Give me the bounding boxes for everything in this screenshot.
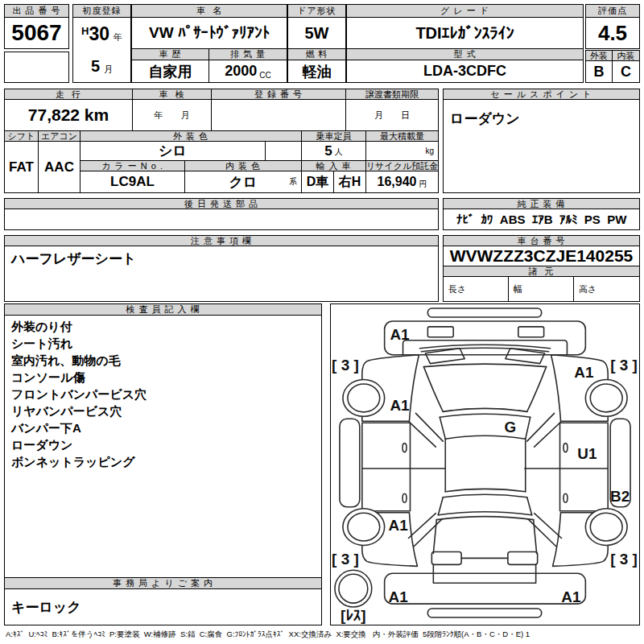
inspector-note-item: ボンネットラッピング [11,453,135,470]
auction-sheet: 出 品 番 号 5067 初度登録 H 30 年 5 月 車 名 VW ﾊﾟｻｰ… [0,0,644,644]
door-shape-value: 5W [287,17,346,49]
auction-number-value: 5067 [4,17,69,49]
damage-mark: B2 [610,488,630,505]
damage-mark: A1 [561,588,580,605]
office-notice-header: 事 務 局 よ り ご 案 内 [4,577,322,589]
month-unit: 月 [104,64,113,76]
auction-number-header: 出 品 番 号 [4,4,69,18]
exterior-grade-value: B [585,60,613,83]
rear-bumper-strip [427,609,541,617]
inspector-note-item: コンソール傷 [11,369,85,386]
first-registration-value: H 30 年 5 月 [72,17,131,83]
aircon-header: エアコン [38,130,80,142]
damage-mark: A1 [574,364,593,381]
displacement-value: 2000 CC [208,60,287,83]
right-front-door-handle [564,444,568,452]
car-name-header: 車 名 [131,4,287,18]
damage-mark: A1 [390,326,409,343]
inspector-note-item: シート汚れ [11,335,72,352]
fold-rear-left-2 [408,514,436,539]
capacity-number: 5 [324,143,332,159]
car-name-value: VW ﾊﾟｻｰﾄｳﾞｧﾘｱﾝﾄ [131,17,287,49]
caution-notes-value: ハーフレザーシート [4,246,439,302]
inspector-note-item: バンパー下A [11,419,81,436]
color-number-header: カ ラ ー N o . [80,160,185,171]
genuine-equipment-value: ﾅﾋﾞ ｶﾜ ABS ｴｱB ｱﾙﾐ PS PW [443,208,640,230]
genuine-equipment-header: 純 正 装 備 [443,198,640,209]
vehicle-diagram-svg: A1[ 3 ][ 3 ]A1A1GU1B2A1[ 3 ][ 3 ]A1A1[ﾚｽ… [331,304,639,625]
year-unit: 年 [114,31,122,43]
damage-mark: G [504,419,516,436]
windshield-top [423,364,546,366]
sales-point-header: セ ー ル ス ポ イ ン ト [443,89,640,100]
damage-mark: U1 [577,445,597,462]
windshield-left-pillar [423,367,443,412]
inspector-note-item: ローダウン [11,436,72,453]
rear-window-left [438,497,443,515]
recycle-fee-value: 16,940 円 [365,171,439,193]
interior-grade-header: 内装 [612,50,640,61]
fold-front-left-2 [409,422,436,447]
inspector-note-item: リヤバンパービス穴 [11,402,122,419]
displacement-number: 2000 [225,63,257,80]
car-history-header: 車 歴 [131,48,209,60]
registration-number-header: 登 録 番 号 [211,89,346,100]
rear-bumper [385,573,586,604]
exterior-color-value: シロ [80,141,266,161]
damage-mark: [ 3 ] [610,357,638,374]
caution-notes-header: 注 意 事 項 欄 [4,235,439,246]
inspector-note-item: 室内汚れ、動物の毛 [11,352,121,369]
glass-right-edge [526,417,530,439]
later-shipped-parts-header: 後 日 発 送 部 品 [4,198,439,209]
inspector-notes-header: 検 査 員 記 入 欄 [4,303,322,316]
spec-length-cell: 長さ [443,276,509,302]
exterior-color-header: 外 装 色 [80,130,302,142]
displacement-unit: CC [259,71,270,82]
handle-position-value: 右H [333,171,366,193]
score-header: 評価点 [585,4,640,18]
cowl-band-top [443,408,526,411]
aircon-value: AAC [38,141,80,193]
damage-mark: A1 [388,517,407,534]
capacity-unit: 人 [335,147,343,160]
import-type-value: D車 [301,171,334,193]
transfer-deadline-value: 月 日 [345,99,439,131]
interior-color-name: クロ [229,173,258,192]
front-grille-left [427,327,453,337]
interior-color-header: 内 装 色 [184,160,302,171]
specs-header: 諸 元 [443,266,640,277]
windshield-right-pillar [527,367,547,412]
spare-tire-inner [339,574,368,603]
fold-front-left-1 [415,413,443,441]
exterior-grade-header: 外装 [585,50,613,61]
shift-value: FAT [4,141,39,193]
shaken-value: 年 月 [132,99,212,131]
damage-mark: [ﾚｽ] [341,607,365,624]
registration-number-value [211,99,346,131]
damage-mark: [ 3 ] [610,551,638,568]
recycle-fee-header: リサイクル預託金 [365,160,439,171]
vin-value: WVWZZZ3CZJE140255 [443,246,640,266]
front-bumper [385,321,586,355]
inspector-note-item: フロントバンパービス穴 [11,386,147,402]
month-number: 5 [91,57,100,76]
exterior-color-sub-cell [265,141,302,161]
displacement-header: 排 気 量 [208,48,287,60]
max-load-unit: kg [425,147,434,155]
grade-value: TDIｴﾚｶﾞﾝｽﾗｲﾝ [346,17,584,49]
fuel-value: 軽油 [287,60,346,83]
max-load-value: kg [365,141,439,161]
front-grille-right [518,327,544,337]
grade-header: グ レ ー ド [346,4,584,18]
mileage-value: 77,822 km [4,99,133,131]
first-registration-month: 5 月 [91,57,113,76]
auction-number-empty-cell [4,52,69,83]
interior-grade-value: C [612,60,640,83]
recycle-fee-unit: 円 [419,179,427,192]
interior-color-value: クロ 系 [184,171,302,193]
transfer-deadline-header: 譲渡書類期限 [345,89,439,100]
tailgate-top-arc [436,517,533,520]
shift-header: シフト [4,130,39,142]
fold-front-right-2 [535,422,561,447]
interior-color-suffix: 系 [289,176,297,188]
